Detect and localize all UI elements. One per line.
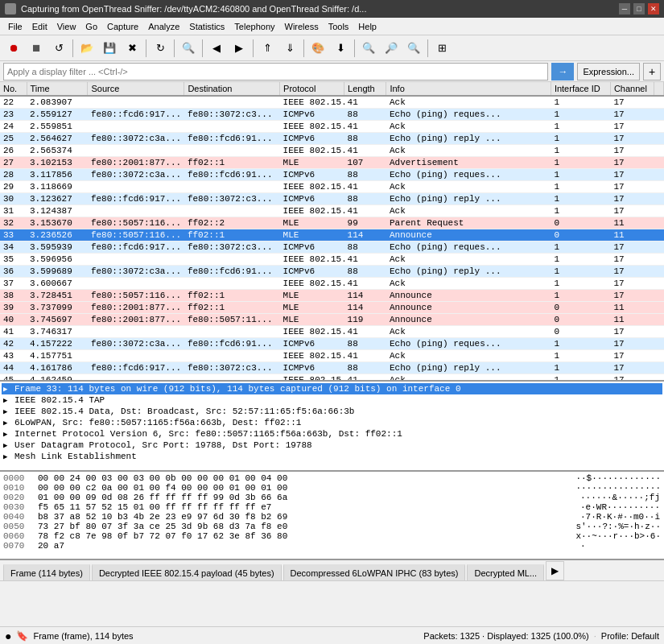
close-file-button[interactable]: ✖ xyxy=(122,38,142,59)
menu-item-help[interactable]: Help xyxy=(353,20,381,33)
bottom-tab-2[interactable]: Decompressed 6LoWPAN IPHC (83 bytes) xyxy=(283,564,466,580)
detail-row[interactable]: ▶Mesh Link Establishment xyxy=(2,451,662,462)
menu-item-view[interactable]: View xyxy=(52,20,81,33)
zoom-in-button[interactable]: 🔍 xyxy=(358,38,379,59)
hex-offset: 0000 xyxy=(3,473,31,483)
close-button[interactable]: ✕ xyxy=(648,3,659,14)
hex-row[interactable]: 0040b8 37 a8 52 10 b3 4b 2e 23 e9 97 6d … xyxy=(2,512,662,522)
toolbar-separator xyxy=(72,39,73,57)
table-row[interactable]: 323.153670fe80::5057:116...ff02::2MLE99P… xyxy=(0,217,664,229)
table-row[interactable]: 434.157751IEEE 802.15.441Ack117 xyxy=(0,350,664,362)
table-row[interactable]: 353.596956IEEE 802.15.441Ack117 xyxy=(0,254,664,266)
col-header-protocol[interactable]: Protocol xyxy=(280,82,344,96)
detail-row[interactable]: ▶IEEE 802.15.4 TAP xyxy=(2,394,662,406)
table-row[interactable]: 454.162459IEEE 802.15.441Ack117 xyxy=(0,374,664,382)
menu-item-analyze[interactable]: Analyze xyxy=(143,20,184,33)
zoom-out-button[interactable]: 🔎 xyxy=(381,38,402,59)
add-filter-button[interactable]: + xyxy=(643,63,661,80)
table-row[interactable]: 222.083907IEEE 802.15.441Ack117 xyxy=(0,96,664,109)
table-row[interactable]: 313.124387IEEE 802.15.441Ack117 xyxy=(0,205,664,217)
col-header-source[interactable]: Source xyxy=(88,82,184,96)
detail-row[interactable]: ▶IEEE 802.15.4 Data, Dst: Broadcast, Src… xyxy=(2,406,662,417)
restart-capture-button[interactable]: ↺ xyxy=(48,38,69,59)
hex-row[interactable]: 002001 00 00 09 0d 08 26 ff ff ff ff 99 … xyxy=(2,493,662,502)
hex-row[interactable]: 006078 f2 c8 7e 98 0f b7 72 07 f0 17 62 … xyxy=(2,531,662,541)
col-header-interface[interactable]: Interface ID xyxy=(551,82,610,96)
detail-row[interactable]: ▶Frame 33: 114 bytes on wire (912 bits),… xyxy=(2,383,662,394)
table-row[interactable]: 343.595939fe80::fcd6:917...fe80::3072:c3… xyxy=(0,242,664,254)
table-row[interactable]: 283.117856fe80::3072:c3a...fe80::fcd6:91… xyxy=(0,169,664,181)
colorize-button[interactable]: 🎨 xyxy=(307,38,328,59)
reload-file-button[interactable]: ↻ xyxy=(150,38,171,59)
menu-item-file[interactable]: File xyxy=(3,20,27,33)
table-row[interactable]: 303.123627fe80::fcd6:917...fe80::3072:c3… xyxy=(0,193,664,205)
go-forward-button[interactable]: ▶ xyxy=(229,38,250,59)
bottom-tab-3[interactable]: Decrypted ML... xyxy=(467,564,544,580)
hex-row[interactable]: 0030f5 65 11 57 52 15 01 00 ff ff ff ff … xyxy=(2,502,662,512)
col-header-time[interactable]: Time xyxy=(27,82,88,96)
menu-item-wireless[interactable]: Wireless xyxy=(280,20,324,33)
go-to-first-button[interactable]: ⇑ xyxy=(257,38,278,59)
table-row[interactable]: 333.236526fe80::5057:116...ff02::1MLE114… xyxy=(0,229,664,242)
packet-detail: ▶Frame 33: 114 bytes on wire (912 bits),… xyxy=(0,382,664,472)
bottom-tab-0[interactable]: Frame (114 bytes) xyxy=(3,564,90,580)
find-packet-button[interactable]: 🔍 xyxy=(178,38,199,59)
table-row[interactable]: 273.102153fe80::2001:877...ff02::1MLE107… xyxy=(0,157,664,169)
status-separator2: · xyxy=(594,631,596,641)
table-row[interactable]: 373.600667IEEE 802.15.441Ack117 xyxy=(0,278,664,290)
table-row[interactable]: 363.599689fe80::3072:c3a...fe80::fcd6:91… xyxy=(0,266,664,278)
toolbar-separator xyxy=(146,39,146,57)
go-to-last-button[interactable]: ⇓ xyxy=(279,38,300,59)
col-header-length[interactable]: Length xyxy=(344,82,386,96)
table-row[interactable]: 293.118669IEEE 802.15.441Ack117 xyxy=(0,181,664,193)
stop-capture-button[interactable]: ⏹ xyxy=(26,38,47,59)
table-row[interactable]: 252.564627fe80::3072:c3a...fe80::fcd6:91… xyxy=(0,133,664,145)
filter-apply-button[interactable]: → xyxy=(551,63,574,80)
detail-triangle-icon: ▶ xyxy=(3,452,11,461)
hex-row[interactable]: 001000 00 00 c2 0a 00 01 00 f4 00 00 00 … xyxy=(2,483,662,493)
hex-offset: 0050 xyxy=(3,522,31,531)
table-row[interactable]: 242.559851IEEE 802.15.441Ack117 xyxy=(0,121,664,133)
start-capture-button[interactable]: ⏺ xyxy=(3,38,24,59)
minimize-button[interactable]: ─ xyxy=(619,3,630,14)
detail-row[interactable]: ▶User Datagram Protocol, Src Port: 19788… xyxy=(2,440,662,451)
table-row[interactable]: 232.559127fe80::fcd6:917...fe80::3072:c3… xyxy=(0,109,664,121)
hex-row[interactable]: 007020 a7 · xyxy=(2,541,662,551)
menu-item-telephony[interactable]: Telephony xyxy=(229,20,279,33)
table-row[interactable]: 393.737099fe80::2001:877...ff02::1MLE114… xyxy=(0,302,664,314)
col-header-info[interactable]: Info xyxy=(386,82,551,96)
expression-button[interactable]: Expression... xyxy=(577,63,640,80)
table-row[interactable]: 383.728451fe80::5057:116...ff02::1MLE114… xyxy=(0,290,664,302)
resize-cols-button[interactable]: ⊞ xyxy=(431,38,452,59)
save-file-button[interactable]: 💾 xyxy=(99,38,120,59)
detail-text: IEEE 802.15.4 TAP xyxy=(14,395,105,405)
menu-item-edit[interactable]: Edit xyxy=(27,20,52,33)
hex-row[interactable]: 005073 27 bf 80 07 3f 3a ce 25 3d 9b 68 … xyxy=(2,522,662,531)
menu-item-go[interactable]: Go xyxy=(80,20,102,33)
table-row[interactable]: 413.746317IEEE 802.15.441Ack017 xyxy=(0,326,664,338)
hex-dump: 000000 00 24 00 03 00 03 00 0b 00 00 00 … xyxy=(0,472,664,560)
col-header-destination[interactable]: Destination xyxy=(184,82,280,96)
open-file-button[interactable]: 📂 xyxy=(76,38,97,59)
table-row[interactable]: 424.157222fe80::3072:c3a...fe80::fcd6:91… xyxy=(0,338,664,350)
col-header-channel[interactable]: Channel xyxy=(610,82,654,96)
bottom-tab-1[interactable]: Decrypted IEEE 802.15.4 payload (45 byte… xyxy=(92,564,282,580)
menu-item-tools[interactable]: Tools xyxy=(324,20,354,33)
table-row[interactable]: 403.745697fe80::2001:877...fe80::5057:11… xyxy=(0,314,664,326)
profile-info: Profile: Default xyxy=(601,631,659,641)
filter-input[interactable] xyxy=(3,63,548,80)
menu-item-capture[interactable]: Capture xyxy=(102,20,143,33)
table-row[interactable]: 262.565374IEEE 802.15.441Ack117 xyxy=(0,145,664,157)
menu-item-statistics[interactable]: Statistics xyxy=(184,20,229,33)
detail-row[interactable]: ▶6LoWPAN, Src: fe80::5057:1165:f56a:663b… xyxy=(2,417,662,428)
col-header-no[interactable]: No. xyxy=(0,82,27,96)
toolbar-separator xyxy=(202,39,203,57)
go-back-button[interactable]: ◀ xyxy=(206,38,227,59)
table-row[interactable]: 444.161786fe80::fcd6:917...fe80::3072:c3… xyxy=(0,362,664,374)
auto-scroll-button[interactable]: ⬇ xyxy=(330,38,351,59)
zoom-reset-button[interactable]: 🔍 xyxy=(403,38,424,59)
tabs-scroll-right-button[interactable]: ▶ xyxy=(546,561,564,580)
hex-row[interactable]: 000000 00 24 00 03 00 03 00 0b 00 00 00 … xyxy=(2,473,662,483)
detail-row[interactable]: ▶Internet Protocol Version 6, Src: fe80:… xyxy=(2,428,662,440)
maximize-button[interactable]: □ xyxy=(633,3,645,14)
